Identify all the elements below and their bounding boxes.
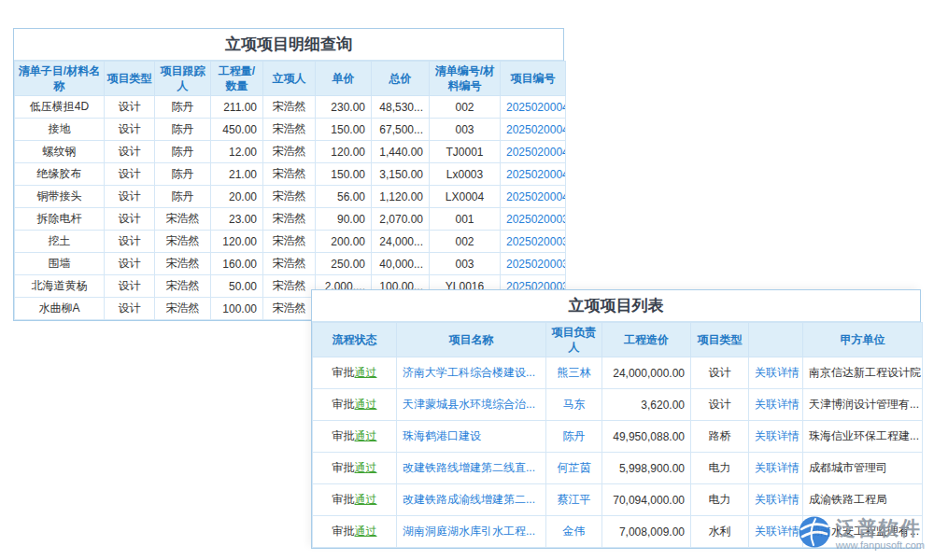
- cost-cell: 24,000,000.00: [602, 357, 691, 389]
- related-detail-link[interactable]: 关联详情: [755, 493, 800, 506]
- manager-link[interactable]: 熊三林: [558, 366, 591, 379]
- project-no-cell: 2025020003: [501, 253, 566, 275]
- project-type-cell: 设计: [105, 119, 155, 141]
- related-detail-cell: 关联详情: [749, 453, 803, 484]
- client-cell: 天津博润设计管理有...: [803, 389, 923, 421]
- material-name-cell: 挖土: [15, 231, 105, 253]
- project-no-link[interactable]: 2025020004: [506, 190, 566, 203]
- tracker-cell: 陈丹: [155, 96, 211, 119]
- manager-link[interactable]: 蔡江平: [558, 493, 591, 506]
- related-detail-link[interactable]: 关联详情: [755, 366, 800, 379]
- project-no-link[interactable]: 2025020003: [506, 213, 566, 226]
- list-column-header: 甲方单位: [803, 323, 923, 357]
- project-type-cell: 设计: [105, 275, 155, 298]
- quantity-cell: 50.00: [211, 275, 263, 298]
- tracker-cell: 陈丹: [155, 186, 211, 208]
- tracker-cell: 宋浩然: [155, 253, 211, 275]
- detail-panel-title: 立项项目明细查询: [14, 29, 563, 61]
- tracker-cell: 宋浩然: [155, 275, 211, 298]
- code-cell: 001: [430, 208, 501, 231]
- detail-column-header: 工程量/数量: [211, 62, 263, 96]
- tracker-cell: 陈丹: [155, 119, 211, 141]
- header-row: 流程状态项目名称项目负责人工程造价项目类型甲方单位: [313, 323, 923, 357]
- code-cell: LX0004: [430, 186, 501, 208]
- code-cell: 003: [430, 119, 501, 141]
- cost-cell: 5,998,900.00: [602, 453, 691, 484]
- table-row: 围墙设计宋浩然160.00宋浩然250.0040,000...003202502…: [15, 253, 566, 275]
- manager-link[interactable]: 金伟: [563, 525, 586, 538]
- client-cell: 珠海信业环保工程建...: [803, 421, 923, 453]
- unit-price-cell: 90.00: [316, 208, 372, 231]
- project-no-link[interactable]: 2025020004: [506, 168, 566, 181]
- tracker-cell: 宋浩然: [155, 298, 211, 320]
- material-name-cell: 拆除电杆: [15, 208, 105, 231]
- manager-cell: 何芷茵: [546, 453, 602, 484]
- project-no-link[interactable]: 2025020004: [506, 101, 566, 114]
- manager-link[interactable]: 何芷茵: [558, 461, 591, 474]
- manager-link[interactable]: 马东: [563, 398, 586, 411]
- cost-cell: 3,620.00: [602, 389, 691, 421]
- related-detail-link[interactable]: 关联详情: [755, 429, 800, 442]
- fanpu-logo-icon: [798, 515, 831, 553]
- project-name-link[interactable]: 天津蒙城县水环境综合治...: [403, 398, 535, 411]
- initiator-cell: 宋浩然: [263, 96, 316, 119]
- unit-price-cell: 56.00: [316, 186, 372, 208]
- table-row: 螺纹钢设计陈丹12.00宋浩然120.001,440.00TJ000120250…: [15, 141, 566, 163]
- project-name-link[interactable]: 湖南洞庭湖水库引水工程...: [403, 525, 535, 538]
- project-name-link[interactable]: 改建铁路线增建第二线直...: [403, 461, 535, 474]
- code-cell: 002: [430, 96, 501, 119]
- status-pass-link[interactable]: 通过: [355, 493, 377, 506]
- project-no-link[interactable]: 2025020003: [506, 258, 566, 271]
- status-cell: 审批通过: [313, 453, 397, 484]
- project-name-link[interactable]: 济南大学工科综合楼建设...: [403, 366, 535, 379]
- related-detail-cell: 关联详情: [749, 357, 803, 389]
- unit-price-cell: 250.00: [316, 253, 372, 275]
- cost-cell: 70,094,000.00: [602, 484, 691, 516]
- unit-price-cell: 120.00: [316, 141, 372, 163]
- unit-price-cell: 150.00: [316, 163, 372, 186]
- status-cell: 审批通过: [313, 484, 397, 516]
- project-no-cell: 2025020004: [501, 163, 566, 186]
- project-no-cell: 2025020004: [501, 186, 566, 208]
- project-no-link[interactable]: 2025020003: [506, 235, 566, 248]
- project-no-link[interactable]: 2025020004: [506, 123, 566, 136]
- status-prefix: 审批: [333, 525, 355, 538]
- project-list-panel: 立项项目列表 流程状态项目名称项目负责人工程造价项目类型甲方单位审批通过济南大学…: [311, 289, 921, 549]
- total-price-cell: 1,120.00: [372, 186, 430, 208]
- project-type-cell: 设计: [105, 163, 155, 186]
- table-row: 低压横担4D设计陈丹211.00宋浩然230.0048,530...002202…: [15, 96, 566, 119]
- initiator-cell: 宋浩然: [263, 119, 316, 141]
- project-no-cell: 2025020004: [501, 96, 566, 119]
- project-name-link[interactable]: 珠海鹤港口建设: [403, 429, 481, 442]
- table-row: 审批通过天津蒙城县水环境综合治...马东3,620.00设计关联详情天津博润设计…: [313, 389, 923, 421]
- related-detail-cell: 关联详情: [749, 421, 803, 453]
- status-pass-link[interactable]: 通过: [355, 525, 377, 538]
- project-no-link[interactable]: 2025020004: [506, 146, 566, 159]
- total-price-cell: 40,000...: [372, 253, 430, 275]
- table-row: 拆除电杆设计宋浩然23.00宋浩然90.002,070.000012025020…: [15, 208, 566, 231]
- list-column-header: 项目类型: [691, 323, 749, 357]
- project-name-link[interactable]: 改建铁路成渝线增建第二...: [403, 493, 535, 506]
- manager-link[interactable]: 陈丹: [563, 429, 586, 442]
- tracker-cell: 陈丹: [155, 163, 211, 186]
- status-pass-link[interactable]: 通过: [355, 366, 377, 379]
- tracker-cell: 宋浩然: [155, 231, 211, 253]
- project-type-cell: 设计: [105, 231, 155, 253]
- initiator-cell: 宋浩然: [263, 298, 316, 320]
- total-price-cell: 3,150.00: [372, 163, 430, 186]
- unit-price-cell: 200.00: [316, 231, 372, 253]
- related-detail-link[interactable]: 关联详情: [755, 398, 800, 411]
- manager-cell: 陈丹: [546, 421, 602, 453]
- related-detail-link[interactable]: 关联详情: [755, 525, 800, 538]
- material-name-cell: 北海道黄杨: [15, 275, 105, 298]
- list-column-header: 流程状态: [313, 323, 397, 357]
- client-cell: 成渝铁路工程局: [803, 484, 923, 516]
- related-detail-link[interactable]: 关联详情: [755, 461, 800, 474]
- table-row: 接地设计陈丹450.00宋浩然150.0067,500...0032025020…: [15, 119, 566, 141]
- detail-column-header: 清单子目/材料名称: [15, 62, 105, 96]
- status-pass-link[interactable]: 通过: [355, 429, 377, 442]
- status-pass-link[interactable]: 通过: [355, 398, 377, 411]
- project-type-cell: 设计: [105, 208, 155, 231]
- quantity-cell: 120.00: [211, 231, 263, 253]
- status-pass-link[interactable]: 通过: [355, 461, 377, 474]
